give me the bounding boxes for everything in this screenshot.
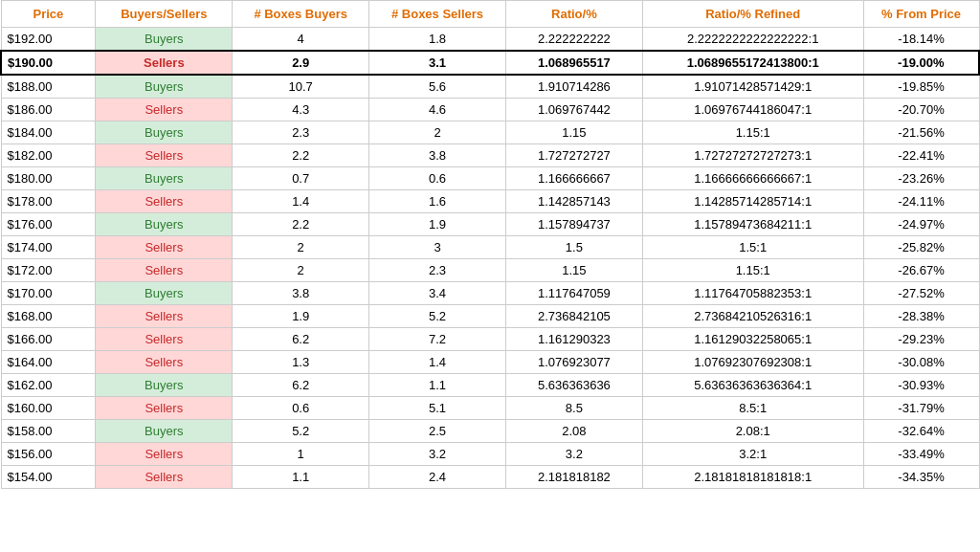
cell-ratio-refined: 1.15:1 [642, 121, 863, 144]
cell-ratio: 1.727272727 [505, 144, 642, 167]
cell-from-price: -27.52% [863, 282, 979, 305]
cell-from-price: -32.64% [863, 420, 979, 443]
cell-from-price: -29.23% [863, 328, 979, 351]
cell-price: $164.00 [1, 351, 96, 374]
table-row: $166.00Sellers6.27.21.1612903231.1612903… [1, 328, 979, 351]
cell-from-price: -26.67% [863, 259, 979, 282]
cell-from-price: -18.14% [863, 28, 979, 52]
cell-bs: Buyers [96, 75, 233, 99]
cell-ratio-refined: 1.16129032258065:1 [642, 328, 863, 351]
cell-price: $160.00 [1, 397, 96, 420]
cell-price: $170.00 [1, 282, 96, 305]
cell-ratio-refined: 2.08:1 [642, 420, 863, 443]
cell-ratio: 1.15 [505, 259, 642, 282]
cell-box-sellers: 3 [369, 236, 506, 259]
cell-ratio: 1.15 [505, 121, 642, 144]
cell-box-sellers: 2 [369, 121, 506, 144]
cell-box-sellers: 3.4 [369, 282, 506, 305]
cell-ratio-refined: 3.2:1 [642, 443, 863, 466]
cell-box-sellers: 5.2 [369, 305, 506, 328]
cell-box-sellers: 3.1 [369, 51, 506, 75]
cell-price: $184.00 [1, 121, 96, 144]
cell-price: $168.00 [1, 305, 96, 328]
table-row: $180.00Buyers0.70.61.1666666671.16666666… [1, 167, 979, 190]
cell-box-sellers: 2.4 [369, 466, 506, 489]
cell-price: $186.00 [1, 99, 96, 121]
cell-from-price: -30.08% [863, 351, 979, 374]
table-row: $164.00Sellers1.31.41.0769230771.0769230… [1, 351, 979, 374]
cell-ratio: 1.166666667 [505, 167, 642, 190]
cell-price: $190.00 [1, 51, 96, 75]
cell-ratio: 5.636363636 [505, 374, 642, 397]
cell-ratio-refined: 1.06976744186047:1 [642, 99, 863, 121]
cell-ratio: 1.076923077 [505, 351, 642, 374]
header-from: % From Price [863, 1, 979, 28]
cell-price: $180.00 [1, 167, 96, 190]
cell-ratio: 1.161290323 [505, 328, 642, 351]
cell-from-price: -30.93% [863, 374, 979, 397]
cell-price: $156.00 [1, 443, 96, 466]
cell-box-buyers: 0.7 [233, 167, 369, 190]
header-price: Price [1, 1, 96, 28]
cell-from-price: -23.26% [863, 167, 979, 190]
cell-ratio-refined: 1.5:1 [642, 236, 863, 259]
table-row: $186.00Sellers4.34.61.0697674421.0697674… [1, 99, 979, 121]
cell-box-buyers: 4 [233, 28, 369, 52]
cell-box-buyers: 2.3 [233, 121, 369, 144]
cell-box-buyers: 4.3 [233, 99, 369, 121]
cell-ratio: 2.222222222 [505, 28, 642, 52]
cell-from-price: -33.49% [863, 443, 979, 466]
cell-box-buyers: 2.9 [233, 51, 369, 75]
cell-bs: Sellers [96, 305, 233, 328]
cell-box-buyers: 1.1 [233, 466, 369, 489]
cell-price: $178.00 [1, 190, 96, 213]
cell-box-buyers: 2.2 [233, 144, 369, 167]
price-table: Price Buyers/Sellers # Boxes Buyers # Bo… [0, 0, 980, 489]
cell-ratio: 3.2 [505, 443, 642, 466]
table-row: $184.00Buyers2.321.151.15:1-21.56% [1, 121, 979, 144]
table-row: $168.00Sellers1.95.22.7368421052.7368421… [1, 305, 979, 328]
cell-bs: Buyers [96, 121, 233, 144]
cell-bs: Sellers [96, 443, 233, 466]
cell-price: $154.00 [1, 466, 96, 489]
cell-ratio-refined: 1.72727272727273:1 [642, 144, 863, 167]
cell-from-price: -21.56% [863, 121, 979, 144]
cell-price: $192.00 [1, 28, 96, 52]
header-bs: Buyers/Sellers [96, 1, 233, 28]
cell-box-buyers: 2 [233, 259, 369, 282]
cell-box-buyers: 10.7 [233, 75, 369, 99]
cell-price: $162.00 [1, 374, 96, 397]
header-boxb: # Boxes Buyers [233, 1, 369, 28]
cell-price: $166.00 [1, 328, 96, 351]
cell-ratio-refined: 1.15789473684211:1 [642, 213, 863, 236]
cell-bs: Buyers [96, 28, 233, 52]
cell-from-price: -20.70% [863, 99, 979, 121]
cell-bs: Sellers [96, 466, 233, 489]
header-boxs: # Boxes Sellers [369, 1, 506, 28]
cell-ratio-refined: 1.91071428571429:1 [642, 75, 863, 99]
cell-box-sellers: 4.6 [369, 99, 506, 121]
cell-box-sellers: 0.6 [369, 167, 506, 190]
table-row: $172.00Sellers22.31.151.15:1-26.67% [1, 259, 979, 282]
cell-ratio-refined: 1.07692307692308:1 [642, 351, 863, 374]
cell-box-sellers: 1.6 [369, 190, 506, 213]
table-row: $174.00Sellers231.51.5:1-25.82% [1, 236, 979, 259]
cell-ratio: 2.181818182 [505, 466, 642, 489]
cell-bs: Sellers [96, 51, 233, 75]
header-ratio: Ratio/% [505, 1, 642, 28]
table-row: $170.00Buyers3.83.41.1176470591.11764705… [1, 282, 979, 305]
table-row: $178.00Sellers1.41.61.1428571431.1428571… [1, 190, 979, 213]
cell-bs: Sellers [96, 99, 233, 121]
cell-ratio: 1.5 [505, 236, 642, 259]
table-row: $190.00Sellers2.93.11.0689655171.0689655… [1, 51, 979, 75]
cell-bs: Buyers [96, 374, 233, 397]
cell-ratio: 1.117647059 [505, 282, 642, 305]
cell-bs: Buyers [96, 420, 233, 443]
cell-box-sellers: 1.8 [369, 28, 506, 52]
cell-box-buyers: 1.3 [233, 351, 369, 374]
cell-box-buyers: 6.2 [233, 374, 369, 397]
cell-price: $174.00 [1, 236, 96, 259]
cell-ratio: 2.736842105 [505, 305, 642, 328]
cell-price: $176.00 [1, 213, 96, 236]
cell-box-buyers: 0.6 [233, 397, 369, 420]
